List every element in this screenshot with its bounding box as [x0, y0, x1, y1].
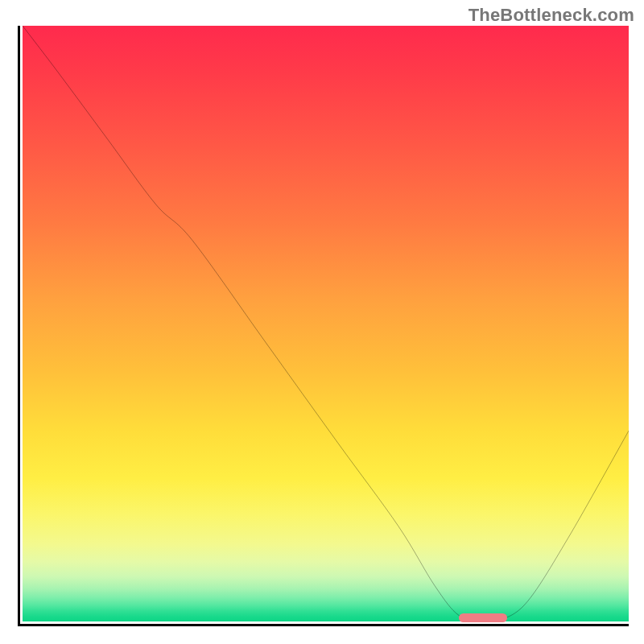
watermark-text: TheBottleneck.com [469, 5, 634, 26]
bottleneck-curve [23, 26, 629, 621]
chart-container: TheBottleneck.com [0, 0, 644, 644]
optimal-range-marker [459, 613, 507, 622]
plot-frame [18, 26, 629, 626]
plot-area [23, 26, 629, 621]
